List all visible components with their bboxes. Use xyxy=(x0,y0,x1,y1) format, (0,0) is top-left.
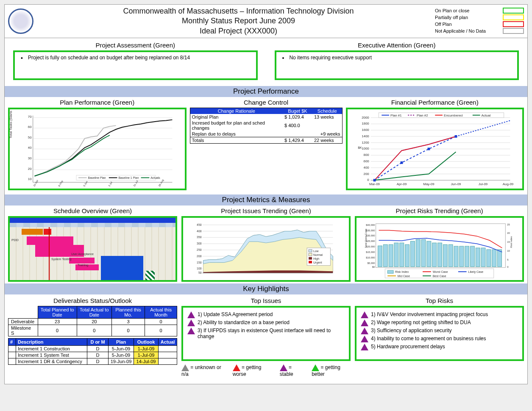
svg-text:1400: 1400 xyxy=(362,134,369,138)
svg-text:3-Jul: 3-Jul xyxy=(108,181,113,187)
svg-rect-122 xyxy=(410,241,415,267)
list-item: 1) Update SSA Agreement period xyxy=(187,311,345,318)
band-metrics: Project Metrics & Measures xyxy=(5,194,527,206)
svg-text:Worst Case: Worst Case xyxy=(433,270,448,273)
svg-rect-117 xyxy=(383,244,387,267)
triangle-icon xyxy=(361,336,368,342)
svg-text:Plan #2: Plan #2 xyxy=(416,114,428,117)
fin-perf-title: Financial Performance (Green) xyxy=(346,99,524,106)
state-seal-icon xyxy=(8,8,33,34)
exec-box: No items requiring executive support xyxy=(275,50,519,80)
legend-na: Not Applicable / No Data xyxy=(435,28,486,33)
svg-text:Aug-09: Aug-09 xyxy=(502,182,513,186)
svg-text:$30,000: $30,000 xyxy=(366,235,375,237)
svg-text:50: 50 xyxy=(28,136,32,139)
svg-text:1600: 1600 xyxy=(362,128,369,132)
deliverables-detail-table: # Description D or M Plan Outlook Actual… xyxy=(8,338,177,365)
deliverables-title: Deliverables Status/Outlook xyxy=(8,297,177,304)
svg-rect-119 xyxy=(394,243,398,267)
svg-text:250: 250 xyxy=(197,248,202,251)
svg-rect-128 xyxy=(443,244,447,267)
svg-rect-133 xyxy=(470,246,474,267)
assessment-box: Project is fully on schedule and on budg… xyxy=(13,50,258,80)
list-item: 3) Sufficiency of application security xyxy=(361,328,518,334)
svg-text:50: 50 xyxy=(198,271,202,274)
list-item: 3) If UIFPDS stays in existence Quest in… xyxy=(187,328,345,339)
svg-rect-51 xyxy=(373,179,376,182)
svg-rect-121 xyxy=(405,244,409,267)
svg-rect-92 xyxy=(309,250,312,252)
svg-rect-140 xyxy=(387,270,393,273)
table-row: Replan due to delays+9 weeks xyxy=(190,131,342,137)
svg-text:Actuals: Actuals xyxy=(150,177,160,180)
svg-text:Normal: Normal xyxy=(313,253,323,256)
swatch-red xyxy=(503,21,524,27)
title-line-1: Commonwealth of Massachusetts – Informat… xyxy=(42,6,435,16)
svg-text:1200: 1200 xyxy=(362,141,369,144)
table-row: Original Plan$ 1,029.413 weeks xyxy=(190,114,342,120)
svg-text:Baseline 1 Plan: Baseline 1 Plan xyxy=(118,177,139,180)
svg-text:60: 60 xyxy=(28,125,32,129)
top-risks-box: 1) IV&V Vendor involvement impacting pro… xyxy=(355,306,524,361)
svg-rect-138 xyxy=(498,250,502,267)
change-control-table: Change Rationale Buget $K Schedule Origi… xyxy=(190,108,343,144)
svg-text:$0: $0 xyxy=(372,266,375,269)
svg-text:10: 10 xyxy=(507,250,510,252)
assessment-title: Project Assessment (Green) xyxy=(13,42,258,49)
legend-partial: Partially off plan xyxy=(435,15,468,20)
svg-text:20: 20 xyxy=(28,167,32,171)
svg-rect-129 xyxy=(448,244,453,267)
svg-rect-136 xyxy=(487,250,491,267)
list-item: 5) Hardware procurement delays xyxy=(361,344,518,350)
table-row: Deliverable 23 20 3 0 xyxy=(8,319,177,325)
svg-rect-132 xyxy=(465,246,469,267)
svg-text:$35,000: $35,000 xyxy=(366,229,375,232)
svg-text:Apr-09: Apr-09 xyxy=(396,182,407,186)
table-row: Increment 1 System TestD5-Jun-091-Jul-09 xyxy=(8,352,177,358)
issues-trending-chart: 450400350 300250200 15010050 Low Normal … xyxy=(181,216,351,282)
svg-rect-96 xyxy=(309,257,312,260)
svg-text:20: 20 xyxy=(507,232,510,235)
triangle-icon xyxy=(187,311,195,318)
svg-text:5: 5 xyxy=(507,258,509,261)
svg-text:2000: 2000 xyxy=(362,116,369,119)
title-line-2: Monthly Status Report June 2009 xyxy=(42,16,435,26)
svg-text:$40,000: $40,000 xyxy=(366,224,375,226)
table-row: Milestone S 0 0 0 0 xyxy=(8,325,177,336)
list-item: 4) Inability to come to agreement on bus… xyxy=(361,336,518,342)
svg-text:200: 200 xyxy=(363,172,369,176)
svg-rect-54 xyxy=(454,135,457,138)
risks-trending-chart: $40,000$35,000$30,000 $25,000$20,000$15,… xyxy=(355,216,524,282)
svg-rect-120 xyxy=(400,243,404,267)
svg-rect-124 xyxy=(421,239,426,267)
svg-text:40: 40 xyxy=(28,146,32,150)
svg-text:Urgent: Urgent xyxy=(313,261,322,264)
svg-text:350: 350 xyxy=(197,236,202,239)
report-header: Commonwealth of Massachusetts – Informat… xyxy=(5,5,527,38)
svg-text:$K: $K xyxy=(358,146,362,150)
schedule-gantt: PDD System Testing User Acceptance Train… xyxy=(8,216,177,282)
svg-text:Risk Index: Risk Index xyxy=(510,236,513,248)
svg-text:Mar-09: Mar-09 xyxy=(369,182,380,186)
list-item: 1) IV&V Vendor involvement impacting pro… xyxy=(361,311,518,318)
svg-text:70: 70 xyxy=(28,115,32,119)
svg-text:400: 400 xyxy=(197,230,202,233)
table-row: Increment 1 DR & ContingencyD19-Jun-0914… xyxy=(8,358,177,365)
plan-perf-ylabel: Total Tasks (Starts + Finishes) xyxy=(9,108,13,138)
plan-performance-chart: 706050 403020 10 xyxy=(8,108,187,190)
svg-rect-116 xyxy=(378,246,382,267)
svg-text:10: 10 xyxy=(28,177,32,181)
triangle-icon xyxy=(361,328,368,334)
triangle-icon xyxy=(187,328,195,334)
svg-text:0: 0 xyxy=(367,178,369,182)
status-report-page: Commonwealth of Massachusetts – Informat… xyxy=(4,4,528,384)
svg-rect-126 xyxy=(432,243,437,267)
svg-text:Encumbered: Encumbered xyxy=(443,114,462,117)
list-item: 2) Ability to standardize on a base peri… xyxy=(187,319,345,326)
svg-text:Total Open Costs: Total Open Costs xyxy=(365,229,367,248)
svg-text:$5,000: $5,000 xyxy=(368,262,376,264)
schedule-title: Schedule Overview (Green) xyxy=(8,207,177,214)
legend-on-plan: On Plan or close xyxy=(435,8,469,13)
assessment-row: Project Assessment (Green) Project is fu… xyxy=(5,38,527,84)
svg-text:Actual: Actual xyxy=(481,114,490,117)
